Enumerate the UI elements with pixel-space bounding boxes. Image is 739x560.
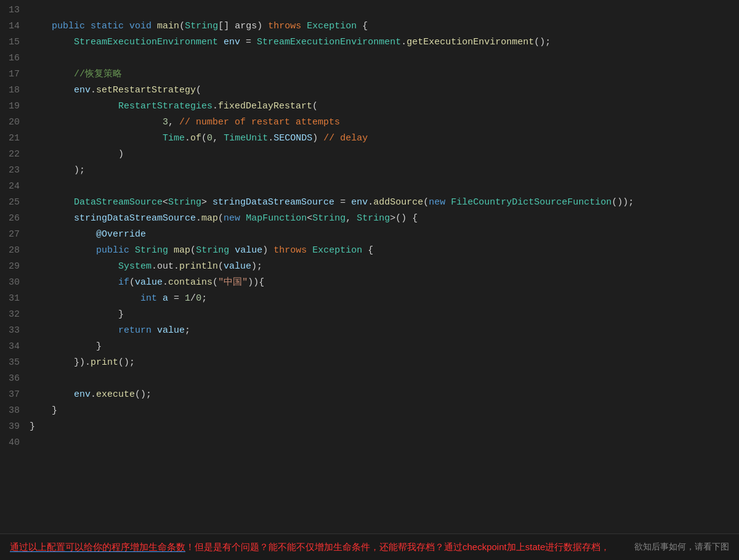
code-line-13: 13 — [0, 2, 739, 18]
line-num-35: 35 — [0, 355, 30, 371]
line-num-21: 21 — [0, 131, 30, 147]
code-line-35: 35 }).print(); — [0, 355, 739, 371]
code-line-32: 32 } — [0, 307, 739, 323]
line-num-39: 39 — [0, 419, 30, 435]
line-content-17: //恢复策略 — [30, 67, 122, 83]
code-line-22: 22 ) — [0, 147, 739, 163]
code-line-29: 29 System.out.println(value); — [0, 259, 739, 275]
line-content-27: @Override — [30, 227, 146, 243]
code-line-17: 17 //恢复策略 — [0, 67, 739, 83]
line-content-29: System.out.println(value); — [30, 259, 262, 275]
code-line-31: 31 int a = 1/0; — [0, 291, 739, 307]
line-content-20: 3, // number of restart attempts — [30, 115, 340, 131]
code-line-33: 33 return value; — [0, 323, 739, 339]
code-line-34: 34 } — [0, 339, 739, 355]
line-content-15: StreamExecutionEnvironment env = StreamE… — [30, 34, 551, 51]
code-line-20: 20 3, // number of restart attempts — [0, 115, 739, 131]
line-num-34: 34 — [0, 339, 30, 355]
text-part-1: 通过以上配置可以给你的程序增加生命条数！但是是有个问题？能不能不仅增加生命条件，… — [10, 542, 610, 552]
bottom-commentary: 通过以上配置可以给你的程序增加生命条数！但是是有个问题？能不能不仅增加生命条件，… — [0, 534, 739, 561]
code-line-26: 26 stringDataStreamSource.map(new MapFun… — [0, 211, 739, 227]
code-editor: 13 14 public static void main(String[] a… — [0, 0, 739, 534]
line-content-32: } — [30, 307, 124, 323]
line-num-28: 28 — [0, 243, 30, 259]
code-line-18: 18 env.setRestartStrategy( — [0, 83, 739, 99]
line-num-32: 32 — [0, 307, 30, 323]
code-line-38: 38 } — [0, 403, 739, 419]
line-num-16: 16 — [0, 51, 30, 67]
line-content-34: } — [30, 339, 102, 355]
line-num-22: 22 — [0, 147, 30, 163]
line-content-31: int a = 1/0; — [30, 291, 207, 307]
line-num-14: 14 — [0, 18, 30, 34]
hint-text: 欲知后事如何，请看下图 — [634, 540, 729, 553]
line-num-25: 25 — [0, 195, 30, 211]
code-line-36: 36 — [0, 371, 739, 387]
code-line-24: 24 — [0, 179, 739, 195]
line-num-13: 13 — [0, 2, 30, 18]
line-num-27: 27 — [0, 227, 30, 243]
line-num-26: 26 — [0, 211, 30, 227]
line-content-19: RestartStrategies.fixedDelayRestart( — [30, 99, 318, 115]
code-line-30: 30 if(value.contains("中国")){ — [0, 275, 739, 291]
line-num-20: 20 — [0, 115, 30, 131]
line-num-36: 36 — [0, 371, 30, 387]
line-num-29: 29 — [0, 259, 30, 275]
code-line-15: 15 StreamExecutionEnvironment env = Stre… — [0, 34, 739, 51]
code-line-39: 39 } — [0, 419, 739, 435]
line-num-33: 33 — [0, 323, 30, 339]
line-num-18: 18 — [0, 83, 30, 99]
line-content-26: stringDataStreamSource.map(new MapFuncti… — [30, 211, 418, 227]
code-line-27: 27 @Override — [0, 227, 739, 243]
line-content-37: env.execute(); — [30, 387, 151, 403]
code-line-19: 19 RestartStrategies.fixedDelayRestart( — [0, 99, 739, 115]
line-num-31: 31 — [0, 291, 30, 307]
code-line-37: 37 env.execute(); — [0, 387, 739, 403]
code-line-16: 16 — [0, 51, 739, 67]
line-num-19: 19 — [0, 99, 30, 115]
underlined-text: 通过以上配置可以给你的程序增加生命条数 — [10, 542, 185, 552]
line-num-23: 23 — [0, 163, 30, 179]
code-line-25: 25 DataStreamSource<String> stringDataSt… — [0, 195, 739, 211]
line-content-33: return value; — [30, 323, 190, 339]
code-line-28: 28 public String map(String value) throw… — [0, 243, 739, 259]
code-line-21: 21 Time.of(0, TimeUnit.SECONDS) // delay — [0, 131, 739, 147]
line-content-30: if(value.contains("中国")){ — [30, 275, 264, 291]
line-num-17: 17 — [0, 67, 30, 83]
line-content-35: }).print(); — [30, 355, 135, 371]
bottom-text: 通过以上配置可以给你的程序增加生命条数！但是是有个问题？能不能不仅增加生命条件，… — [10, 540, 629, 554]
line-num-37: 37 — [0, 387, 30, 403]
code-lines: 13 14 public static void main(String[] a… — [0, 0, 739, 453]
line-num-15: 15 — [0, 34, 30, 51]
line-num-40: 40 — [0, 435, 30, 451]
line-content-18: env.setRestartStrategy( — [30, 83, 201, 99]
line-content-25: DataStreamSource<String> stringDataStrea… — [30, 195, 634, 211]
line-num-30: 30 — [0, 275, 30, 291]
line-content-21: Time.of(0, TimeUnit.SECONDS) // delay — [30, 131, 368, 147]
line-num-24: 24 — [0, 179, 30, 195]
line-content-23: ); — [30, 163, 85, 179]
code-line-14: 14 public static void main(String[] args… — [0, 18, 739, 34]
line-content-22: ) — [30, 147, 124, 163]
line-num-38: 38 — [0, 403, 30, 419]
code-line-23: 23 ); — [0, 163, 739, 179]
line-content-28: public String map(String value) throws E… — [30, 243, 373, 259]
line-content-39: } — [30, 419, 35, 435]
line-content-14: public static void main(String[] args) t… — [30, 18, 368, 34]
line-content-38: } — [30, 403, 57, 419]
code-line-40: 40 — [0, 435, 739, 451]
